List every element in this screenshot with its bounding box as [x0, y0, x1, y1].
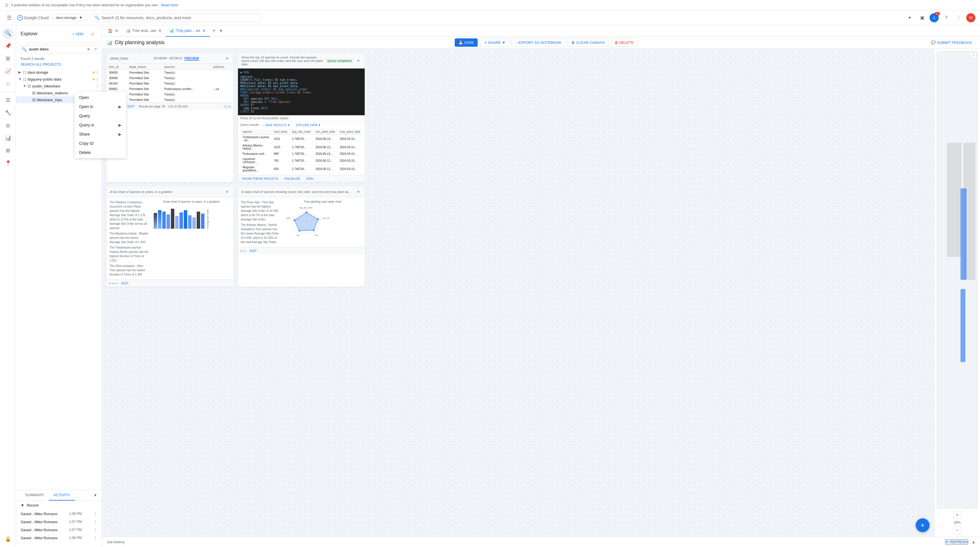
tab-dropdown-button[interactable]: ▼ — [219, 29, 223, 33]
collapse-panel-button[interactable]: ◁ — [87, 29, 97, 39]
recent-more-3[interactable]: ⋮ — [93, 528, 97, 532]
help-button[interactable]: ? — [941, 13, 951, 23]
user-avatar[interactable]: M — [966, 13, 975, 22]
search-bar-container[interactable]: 🔍 Search (/) for resources, docs, produc… — [90, 13, 262, 22]
canvas-grid: street_trees SCHEMA DETAILS PREVIEW ✕ — [107, 53, 365, 287]
star-icon[interactable]: ★ — [92, 70, 95, 75]
sidebar-icon-search[interactable]: 🔍 — [2, 27, 14, 39]
more-options-icon[interactable]: ⋮ — [95, 84, 100, 88]
tab-close-city-planning[interactable]: ✕ — [202, 28, 207, 33]
context-menu-open-in[interactable]: Open in ▶ — [75, 102, 102, 111]
sidebar-icon-table[interactable]: ⊞ — [2, 53, 14, 64]
tab-close-home[interactable]: ✕ — [115, 28, 119, 33]
col-tree-id: tree_id — [107, 64, 127, 70]
recent-more-4[interactable]: ⋮ — [93, 536, 97, 540]
radar-chart-visual: Tree planting year radar chart — [283, 200, 362, 244]
query-results-label: Query results — [240, 123, 259, 127]
tab-activity[interactable]: ACTIVITY — [49, 490, 75, 501]
radar-chart-edit-button[interactable]: EDIT — [248, 248, 259, 253]
clear-search-icon[interactable]: ✕ — [87, 47, 90, 52]
recent-more-1[interactable]: ⋮ — [93, 512, 97, 516]
tab-schema[interactable]: SCHEMA — [153, 56, 167, 60]
sidebar-icon-pin[interactable]: 📌 — [2, 40, 14, 52]
tab-details[interactable]: DETAILS — [169, 56, 182, 60]
context-menu-share[interactable]: Share ▶ — [75, 130, 102, 139]
visualize-button[interactable]: VISUALIZE — [282, 177, 302, 181]
sidebar-icon-lock[interactable]: 🔒 — [2, 533, 14, 545]
more-options-button[interactable]: ⋮ — [954, 13, 964, 23]
save-results-button[interactable]: ↓ SAVE RESULTS ▼ — [261, 123, 292, 127]
query-card-close[interactable]: ✕ — [356, 58, 361, 64]
explorer-search-input[interactable] — [19, 45, 99, 53]
table-card-more[interactable]: ✕ — [224, 56, 230, 61]
context-menu-query-in[interactable]: Query in ▶ — [75, 121, 102, 130]
avatar[interactable]: 1 — [929, 13, 939, 22]
tab-preview[interactable]: PREVIEW — [185, 56, 199, 60]
search-all-projects-link[interactable]: SEARCH ALL PROJECTS — [16, 62, 102, 69]
next-page-icon[interactable]: ▷ — [229, 104, 231, 108]
tab-tree-analysis[interactable]: 📊 Tree anal...ata ✕ — [123, 25, 166, 37]
bottom-panel-toggle[interactable]: ▼ — [94, 490, 97, 501]
export-button[interactable]: ↓ EXPORT AS NOTEBOOK — [512, 38, 565, 47]
cloud-shell-button[interactable]: ▣ — [917, 13, 927, 23]
edit-button[interactable]: EDIT — [126, 104, 137, 109]
sidebar-icon-location[interactable]: 📍 — [2, 157, 14, 169]
tab-summary[interactable]: SUMMARY — [21, 490, 49, 501]
explore-data-button[interactable]: EXPLORE DATA ▼ — [294, 123, 323, 127]
more-options-icon[interactable]: ⋮ — [95, 70, 100, 75]
add-tab-button[interactable]: + — [210, 27, 218, 35]
radar-chart-close[interactable]: ✕ — [356, 189, 361, 195]
sidebar-icon-chart[interactable]: 📊 — [2, 132, 14, 144]
refresh-button[interactable]: ↻ REFRESH — [945, 539, 968, 545]
project-selector[interactable]: daui-storage ▼ — [52, 14, 86, 21]
context-menu-delete[interactable]: Delete — [75, 148, 102, 157]
tab-close-tree-analysis[interactable]: ✕ — [158, 28, 162, 33]
delete-button[interactable]: 🗑 DELETE — [611, 38, 638, 47]
sidebar-icon-star[interactable]: ☆ — [2, 78, 14, 89]
expand-recent-icon[interactable]: ▼ — [21, 503, 24, 507]
add-fab-button[interactable]: + — [916, 518, 929, 532]
bottom-panel: SUMMARY ACTIVITY ▼ ▼ Recent Saved - Mike… — [16, 490, 102, 547]
search-help-icon[interactable]: ? — [94, 47, 97, 52]
tab-city-planning[interactable]: 📊 *City plan... sis ✕ — [166, 25, 210, 37]
result-row: Ligustrum confusum...7651.748726...2018-… — [240, 157, 363, 165]
cell: 2024-03-10... — [337, 151, 363, 157]
canvas-wrapper[interactable]: street_trees SCHEMA DETAILS PREVIEW ✕ — [102, 49, 934, 537]
sidebar-icon-circle[interactable]: ◎ — [2, 119, 14, 131]
share-button[interactable]: ↗ SHARE ▼ — [480, 38, 509, 47]
clear-canvas-button[interactable]: 🗑 CLEAR CANVAS — [567, 38, 608, 47]
context-menu-open[interactable]: Open — [75, 93, 102, 102]
save-button[interactable]: 💾 SAVE — [455, 38, 478, 47]
join-button[interactable]: JOIN — [304, 177, 315, 181]
more-options-icon[interactable]: ⋮ — [95, 77, 100, 81]
cell — [211, 81, 233, 86]
tab-home[interactable]: 🏠 ✕ — [104, 25, 123, 37]
bar-chart-close[interactable]: ✕ — [224, 189, 230, 195]
prev-page-icon[interactable]: ◁ — [224, 104, 226, 108]
read-more-link[interactable]: Read more — [161, 3, 178, 7]
add-button[interactable]: + ADD — [70, 31, 86, 37]
gemini-button[interactable]: ✦ — [904, 13, 915, 23]
expand-minimap-button[interactable]: ⤢ — [970, 52, 976, 58]
context-menu-query[interactable]: Query — [75, 111, 102, 121]
submit-feedback-button[interactable]: 💬 SUBMIT FEEDBACK — [928, 39, 975, 46]
tree-item-austin-bikeshare[interactable]: ▼ ⊟ austin_bikeshare ☆ ⋮ — [16, 83, 102, 89]
tree-item-bigquery-public-data[interactable]: ▼ ◻ bigquery-public-data ★ ⋮ — [16, 76, 102, 83]
tab-tree-analysis-icon: 📊 — [126, 29, 130, 33]
hamburger-button[interactable]: ☰ — [5, 12, 14, 23]
sidebar-icon-analytics[interactable]: 📈 — [2, 65, 14, 77]
cell — [211, 70, 233, 75]
error-icon: ⚠ — [5, 2, 9, 8]
zoom-out-button[interactable]: − — [953, 526, 961, 534]
sidebar-icon-grid[interactable]: ⊞ — [2, 145, 14, 156]
context-menu-copy-id[interactable]: Copy ID — [75, 139, 102, 148]
collapse-job-history-icon[interactable]: ▲ — [972, 540, 975, 544]
zoom-in-button[interactable]: + — [953, 511, 961, 519]
bar-chart-edit-button[interactable]: EDIT — [120, 281, 130, 286]
sidebar-icon-list[interactable]: ☰ — [2, 94, 14, 106]
sidebar-icon-build[interactable]: 🔧 — [2, 107, 14, 118]
show-results-button[interactable]: SHOW THESE RESULTS — [240, 177, 280, 181]
tree-item-daui-storage[interactable]: ▶ ◻ daui-storage ★ ⋮ — [16, 69, 102, 76]
recent-more-2[interactable]: ⋮ — [93, 520, 97, 524]
star-icon[interactable]: ★ — [92, 77, 95, 81]
